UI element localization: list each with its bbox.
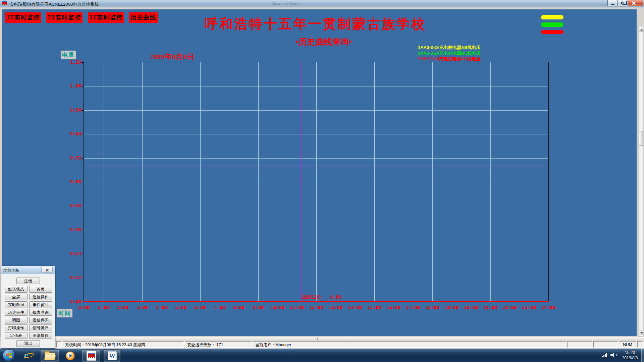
y-axis-tick-label: 1.20 xyxy=(61,59,82,65)
scrollbar-thumb[interactable] xyxy=(639,131,643,146)
x-axis-tick-label: 0:00 xyxy=(75,305,94,310)
nav-button-3t-realtime[interactable]: 3T实时监控 xyxy=(88,12,124,23)
acrel-app-icon xyxy=(87,351,96,361)
restore-button[interactable] xyxy=(618,0,628,6)
clock-date: 2019/8/8 xyxy=(619,355,641,361)
page-subtitle: •历史曲线查询• xyxy=(268,36,379,47)
x-axis-tick-label: 16:00 xyxy=(384,305,403,310)
nav-button-history-curve[interactable]: 历史曲线 xyxy=(129,12,158,23)
button-event-window[interactable]: 事件窗口 xyxy=(29,301,52,308)
taskbar-item-word[interactable]: W xyxy=(103,349,121,362)
button-print[interactable]: 打印操作 xyxy=(5,324,28,331)
x-axis-tick-label: 2:00 xyxy=(113,305,132,310)
show-desktop-button[interactable] xyxy=(641,349,644,362)
chart-plot-area[interactable] xyxy=(84,62,549,302)
x-axis-tick-label: 21:00 xyxy=(481,305,500,310)
taskbar-item-media-player[interactable] xyxy=(63,349,78,362)
legend-item: 1AA3-3-2#充电桩电源AB线电压 xyxy=(418,45,480,50)
chart-legend: 1AA3-3-2#充电桩电源AB线电压 1AA3-3-2#充电桩电源BC线电压 … xyxy=(418,45,480,62)
x-axis-tick-label: 7:00 xyxy=(210,305,229,310)
status-current-user: 当前用户：Manager xyxy=(253,341,566,348)
button-home[interactable]: 首页 xyxy=(29,286,52,293)
y-axis-tick-label: 0.00 xyxy=(61,299,82,304)
function-panel-close-button[interactable] xyxy=(41,267,53,273)
legend-item: 1AA3-3-2#充电桩电源AC线电压 xyxy=(418,56,480,62)
taskbar-item-ie[interactable]: e xyxy=(22,349,37,362)
y-axis-tick-mark xyxy=(82,134,84,134)
gridline-horizontal xyxy=(84,278,548,278)
status-panel-spacer xyxy=(56,341,62,348)
x-axis-tick-label: 5:00 xyxy=(171,305,190,310)
button-signal-reset[interactable]: 信号复归 xyxy=(29,324,52,331)
y-axis-tick-mark xyxy=(82,230,84,230)
gridline-horizontal xyxy=(84,182,548,182)
page-title: 呼和浩特十五年一贯制蒙古族学校 xyxy=(188,15,443,33)
button-report-query[interactable]: 报表查询 xyxy=(29,309,52,316)
x-axis-unit-label: 时间 xyxy=(57,309,72,317)
function-panel-window: 功能面板 注销 默认状态 首页 全屏 遥控操作 实时数据 事件窗口 历史事件 报… xyxy=(1,266,55,349)
nav-button-2t-realtime[interactable]: 2T实时监控 xyxy=(46,12,83,23)
button-fullscreen[interactable]: 全屏 xyxy=(5,294,28,300)
start-button[interactable] xyxy=(3,349,15,361)
taskbar-item-acrel-app[interactable] xyxy=(82,349,101,362)
cursor-value: 0.00 xyxy=(330,294,341,300)
x-axis-tick-label: 10:00 xyxy=(268,305,287,310)
button-remote-control[interactable]: 遥控操作 xyxy=(29,294,52,300)
x-axis-tick-label: 1:00 xyxy=(94,305,113,310)
button-realtime-data[interactable]: 实时数据 xyxy=(5,301,28,308)
y-axis-unit-label: 电量 xyxy=(61,51,76,59)
minimize-icon xyxy=(611,4,614,5)
volume-tray-icon[interactable] xyxy=(610,353,616,357)
y-axis-tick-label: 0.60 xyxy=(61,179,82,184)
indicator-pill-red xyxy=(541,30,564,34)
indicator-pill-green xyxy=(541,22,564,27)
x-axis-tick-label: 19:00 xyxy=(442,305,461,310)
gridline-horizontal xyxy=(84,206,548,206)
x-axis-tick-label: 4:00 xyxy=(152,305,171,310)
network-tray-icon[interactable] xyxy=(602,353,608,357)
scroll-up-button[interactable] xyxy=(639,27,643,32)
restore-icon xyxy=(621,2,624,4)
button-signal-blink[interactable]: 遥信停闪 xyxy=(29,317,52,323)
y-axis-tick-mark xyxy=(82,278,84,278)
window-title: 安科瑞股份有限公司ACREL2000电力监控系统 xyxy=(9,1,99,7)
minimize-button[interactable] xyxy=(607,0,618,6)
grip-icon xyxy=(314,338,315,340)
button-load-diagram[interactable]: 调图 xyxy=(5,317,28,323)
status-num-lock: NUM xyxy=(619,341,636,348)
chart-date-label: 2019年8月8日 xyxy=(150,52,194,62)
scroll-up-icon xyxy=(640,29,643,31)
button-history-events[interactable]: 历史事件 xyxy=(5,309,28,316)
y-axis-tick-label: 1.08 xyxy=(61,83,82,88)
status-safe-days: 安全运行天数： 171 xyxy=(185,341,252,348)
x-axis-tick-label: 11:00 xyxy=(287,305,306,310)
logout-button[interactable]: 注销 xyxy=(16,278,40,284)
status-system-time: 系统时间：2019年08月08日 15:23:40 星期四 xyxy=(63,341,184,348)
y-axis-tick-label: 0.84 xyxy=(61,131,82,136)
status-panel-spacer xyxy=(637,341,643,348)
app-icon xyxy=(2,1,8,6)
taskbar-clock[interactable]: 15:23 2019/8/8 xyxy=(619,350,641,361)
window-controls xyxy=(608,0,643,6)
close-button[interactable] xyxy=(628,0,643,6)
button-setpoint-table[interactable]: 定值表 xyxy=(5,332,28,339)
x-axis-tick-label: 24:00 xyxy=(539,305,558,310)
x-axis-tick-label: 8:00 xyxy=(229,305,248,310)
x-axis-tick-label: 18:00 xyxy=(423,305,442,310)
splitter-gripper[interactable] xyxy=(0,336,644,341)
button-default-state[interactable]: 默认状态 xyxy=(5,286,28,293)
exit-button[interactable]: 退出 xyxy=(16,340,40,347)
nav-button-1t-realtime[interactable]: 1T实时监控 xyxy=(5,12,41,23)
x-axis-tick-label: 13:00 xyxy=(326,305,345,310)
x-axis-tick-label: 20:00 xyxy=(462,305,480,310)
y-axis-tick-label: 0.24 xyxy=(61,251,82,256)
folder-icon xyxy=(45,353,55,360)
scroll-down-button[interactable] xyxy=(639,330,643,335)
x-axis-tick-label: 15:00 xyxy=(365,305,384,310)
taskbar-item-explorer[interactable] xyxy=(40,349,59,362)
y-axis-tick-mark xyxy=(82,110,84,111)
vertical-scrollbar[interactable] xyxy=(638,26,644,336)
button-graphic-ops[interactable]: 图形操作 xyxy=(29,332,52,339)
x-axis-tick-label: 23:00 xyxy=(520,305,538,310)
y-axis-tick-label: 0.96 xyxy=(61,107,82,113)
